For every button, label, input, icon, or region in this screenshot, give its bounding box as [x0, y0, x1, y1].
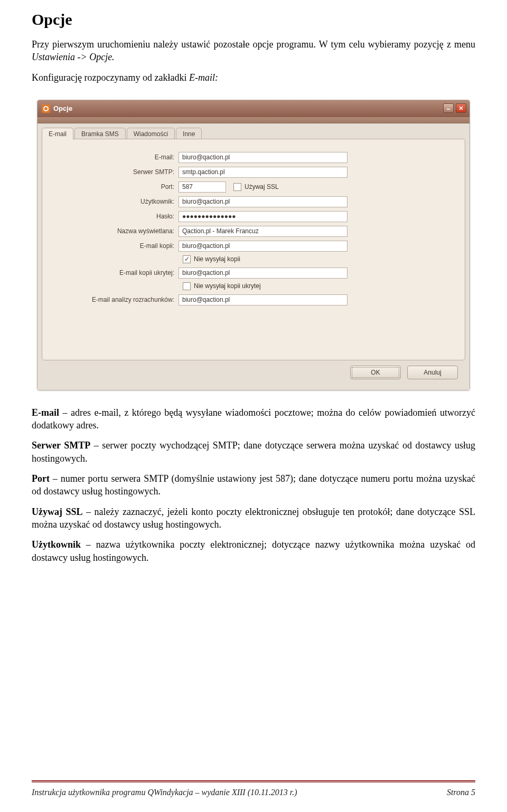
cancel-button[interactable]: Anuluj	[407, 366, 458, 379]
def-smtp: Serwer SMTP – serwer poczty wychodzącej …	[32, 439, 475, 465]
def-user: Użytkownik – nazwa użytkownika poczty el…	[32, 538, 475, 564]
footer-rule	[32, 780, 475, 782]
input-port[interactable]	[179, 181, 226, 193]
tab-email[interactable]: E-mail	[42, 128, 73, 140]
tab-inne[interactable]: Inne	[176, 128, 202, 139]
tab-bramka-sms[interactable]: Bramka SMS	[74, 128, 126, 139]
p2-text: Konfigurację rozpoczynamy od zakładki	[32, 72, 189, 83]
close-button[interactable]	[456, 103, 466, 113]
def-port-text: – numer portu serwera SMTP (domyślnie us…	[32, 473, 475, 496]
input-bcc[interactable]	[179, 268, 348, 279]
def-ssl-text: – należy zaznaczyć, jeżeli konto poczty …	[32, 507, 475, 530]
input-smtp[interactable]	[179, 167, 348, 178]
input-display-name[interactable]	[179, 226, 348, 237]
window-titlebar: Opcje	[37, 100, 470, 117]
app-icon	[42, 104, 50, 113]
label-no-copy: Nie wysyłaj kopii	[194, 255, 240, 263]
label-port: Port:	[53, 183, 179, 190]
checkbox-ssl[interactable]	[233, 183, 241, 191]
def-user-text: – nazwa użytkownika poczty elektroniczne…	[32, 539, 475, 562]
options-window: Opcje E-mail Bramka SMS Wiadomości Inne …	[37, 100, 470, 390]
def-email-term: E-mail	[32, 407, 59, 418]
input-cc[interactable]	[179, 241, 348, 252]
p2-tab-name: E-mail:	[189, 72, 218, 83]
label-bcc: E-mail kopii ukrytej:	[53, 269, 179, 276]
label-cc: E-mail kopii:	[53, 242, 179, 250]
intro-paragraph-1: Przy pierwszym uruchomieniu należy ustaw…	[32, 38, 475, 64]
window-title: Opcje	[53, 104, 72, 112]
def-smtp-text: – serwer poczty wychodzącej SMTP; dane d…	[32, 440, 475, 463]
tab-wiadomosci[interactable]: Wiadomości	[127, 128, 175, 139]
def-email-text: – adres e-mail, z którego będą wysyłane …	[32, 407, 475, 431]
checkbox-no-bcc[interactable]	[183, 282, 191, 290]
label-smtp: Serwer SMTP:	[53, 168, 179, 176]
def-email: E-mail – adres e-mail, z którego będą wy…	[32, 406, 475, 432]
input-password[interactable]	[179, 211, 348, 222]
footer-right: Strona 5	[447, 788, 475, 797]
checkbox-no-copy[interactable]	[183, 255, 191, 263]
intro-paragraph-2: Konfigurację rozpoczynamy od zakładki E-…	[32, 71, 475, 84]
def-ssl-term: Używaj SSL	[32, 507, 83, 517]
def-port: Port – numer portu serwera SMTP (domyśln…	[32, 472, 475, 498]
tab-strip: E-mail Bramka SMS Wiadomości Inne	[42, 128, 465, 139]
tab-panel-email: E-mail: Serwer SMTP: Port: Używaj SSL Uż…	[42, 139, 465, 360]
minimize-button[interactable]	[443, 103, 454, 113]
label-email: E-mail:	[53, 154, 179, 161]
ok-button[interactable]: OK	[350, 366, 401, 379]
label-no-bcc: Nie wysyłaj kopii ukrytej	[194, 282, 261, 290]
p1-text: Przy pierwszym uruchomieniu należy ustaw…	[32, 39, 475, 50]
window-toolbar-strip	[37, 117, 470, 123]
label-password: Hasło:	[53, 213, 179, 220]
input-user[interactable]	[179, 196, 348, 207]
page-footer: Instrukcja użytkownika programu QWindyka…	[32, 788, 475, 797]
footer-left: Instrukcja użytkownika programu QWindyka…	[32, 788, 297, 797]
def-user-term: Użytkownik	[32, 539, 81, 550]
label-ssl: Używaj SSL	[245, 183, 279, 190]
input-email[interactable]	[179, 152, 348, 163]
p1-menu-path: Ustawienia -> Opcje.	[32, 52, 115, 62]
label-analysis-email: E-mail analizy rozrachunków:	[53, 296, 179, 303]
input-analysis-email[interactable]	[179, 294, 348, 305]
def-ssl: Używaj SSL – należy zaznaczyć, jeżeli ko…	[32, 505, 475, 531]
label-user: Użytkownik:	[53, 198, 179, 205]
label-display-name: Nazwa wyświetlana:	[53, 227, 179, 235]
page-heading: Opcje	[32, 11, 475, 28]
def-smtp-term: Serwer SMTP	[32, 440, 90, 451]
def-port-term: Port	[32, 473, 50, 484]
